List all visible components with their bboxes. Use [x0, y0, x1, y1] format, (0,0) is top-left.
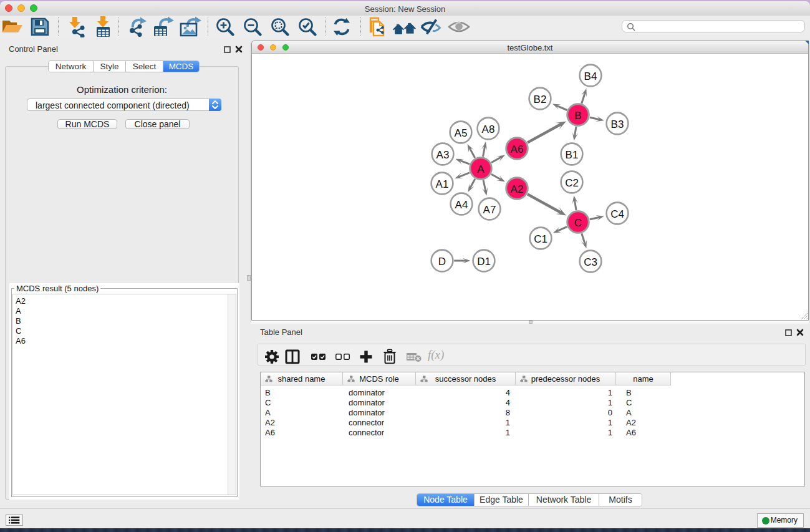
- svg-text:C1: C1: [534, 233, 547, 245]
- svg-text:C: C: [574, 217, 582, 229]
- svg-text:B1: B1: [566, 149, 579, 161]
- svg-text:C2: C2: [565, 177, 579, 189]
- svg-text:A2: A2: [511, 183, 524, 195]
- svg-text:A4: A4: [455, 199, 468, 211]
- svg-text:D1: D1: [477, 256, 491, 268]
- svg-text:B3: B3: [611, 118, 624, 130]
- svg-text:A8: A8: [482, 123, 495, 135]
- svg-text:C3: C3: [584, 256, 597, 268]
- svg-text:A: A: [477, 163, 485, 175]
- svg-text:D: D: [438, 256, 446, 268]
- svg-text:C4: C4: [610, 208, 624, 220]
- svg-text:B2: B2: [534, 94, 547, 105]
- svg-text:B4: B4: [584, 70, 597, 82]
- svg-text:B: B: [574, 110, 581, 122]
- svg-text:A5: A5: [455, 127, 468, 139]
- svg-text:A3: A3: [436, 149, 450, 161]
- svg-text:A1: A1: [436, 178, 449, 190]
- svg-text:A6: A6: [511, 143, 524, 155]
- svg-text:A7: A7: [483, 204, 496, 216]
